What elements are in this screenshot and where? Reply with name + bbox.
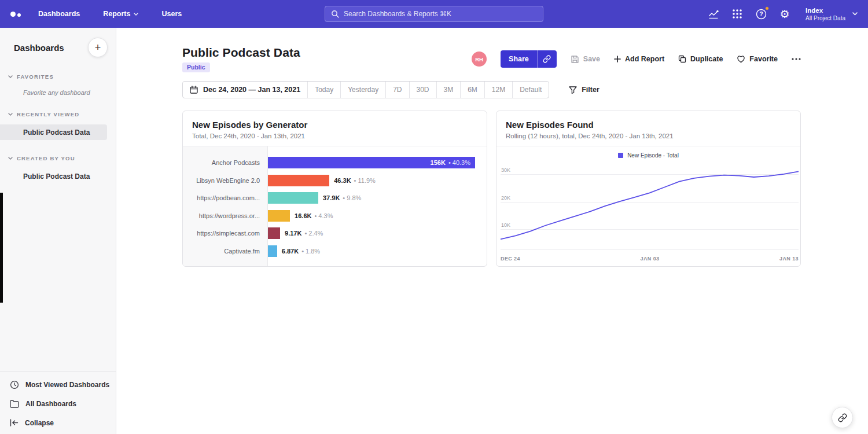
link-icon [838,413,847,422]
copy-link-button[interactable] [537,50,557,68]
line-chart-card: New Episodes Found Rolling (12 hours), t… [496,111,801,267]
bar-track: 37.9K• 9.8% [268,192,475,204]
line-series[interactable] [501,171,799,239]
bar-percent-label: • 9.8% [343,194,361,201]
duplicate-button[interactable]: Duplicate [678,55,723,63]
sidebar-section-header[interactable]: CREATED BY YOU [0,155,116,161]
bar-segment[interactable] [268,210,290,222]
sidebar-empty-hint: Favorite any dashboard [0,89,116,96]
sidebar-section-header[interactable]: RECENTLY VIEWED [0,111,116,117]
chart-title: New Episodes Found [506,120,791,130]
bar-row: Anchor Podcasts156K• 40.3% [183,154,487,172]
bar-segment[interactable] [268,175,329,186]
chevron-down-icon [8,75,13,78]
screen-edge-artifact [0,193,3,303]
visibility-badge: Public [182,62,210,72]
sidebar-footer-most-viewed-dashboards[interactable]: Most Viewed Dashboards [0,375,116,394]
svg-text:?: ? [759,10,763,17]
bar-track: 9.17K• 2.4% [268,227,475,239]
sidebar-title: Dashboards [14,43,64,53]
legend-label: New Episode - Total [627,152,679,159]
search-input[interactable] [344,10,537,18]
folder-icon [10,400,19,408]
bar-track: 6.87K• 1.8% [268,245,475,257]
chevron-down-icon [134,13,138,16]
share-button[interactable]: Share [501,50,537,68]
sidebar-section-header[interactable]: FAVORITES [0,73,116,80]
filter-button[interactable]: Filter [569,86,599,94]
sidebar-section-favorites: FAVORITESFavorite any dashboard [0,73,116,96]
apps-grid-icon[interactable] [731,8,744,20]
date-preset-12m[interactable]: 12M [485,82,513,98]
sidebar-footer-collapse[interactable]: Collapse [0,413,116,432]
bar-segment[interactable] [268,245,277,257]
ellipsis-icon [792,58,801,60]
sidebar-footer-label: Collapse [25,419,54,427]
save-button[interactable]: Save [571,55,600,64]
date-preset-today[interactable]: Today [308,82,341,98]
project-selector[interactable]: Index All Project Data [806,7,858,21]
help-icon[interactable]: ? [755,8,767,20]
bar-outside-labels: 46.3K• 11.9% [334,177,376,184]
floating-link-button[interactable] [832,407,853,428]
sidebar-item-public-podcast-data[interactable]: Public Podcast Data [0,168,116,184]
bar-segment[interactable] [268,192,318,204]
bar-segment[interactable] [268,227,280,239]
x-axis-ticks: DEC 24 JAN 03 JAN 13 [501,256,799,262]
x-tick: DEC 24 [501,256,520,262]
date-preset-3m[interactable]: 3M [437,82,461,98]
bar-outside-labels: 37.9K• 9.8% [323,194,361,201]
bar-percent-label: • 40.3% [448,159,470,166]
date-preset-7d[interactable]: 7D [386,82,409,98]
nav-item-dashboards[interactable]: Dashboards [38,10,80,18]
global-search[interactable] [325,6,543,22]
logo-dot-large [10,12,16,17]
copy-icon [678,55,686,63]
bar-value-label: 16.6K [295,212,311,219]
x-tick: JAN 13 [779,256,799,262]
bar-value-label: 6.87K [282,248,299,255]
bar-category-label: https://wordpress.or... [183,212,268,219]
insights-icon[interactable] [707,8,720,20]
collapse-icon [10,419,19,426]
amplitude-logo[interactable] [10,12,21,17]
bar-category-label: https://podbean.com... [183,194,268,201]
date-range-group: Dec 24, 2020 — Jan 13, 2021 TodayYesterd… [182,81,549,98]
sidebar-footer-all-dashboards[interactable]: All Dashboards [0,394,116,413]
bar-percent-label: • 2.4% [304,230,323,237]
sidebar-item-public-podcast-data[interactable]: Public Podcast Data [0,124,107,140]
favorite-button[interactable]: Favorite [737,55,778,63]
legend-swatch [618,153,623,158]
date-range-picker[interactable]: Dec 24, 2020 — Jan 13, 2021 [183,82,308,98]
add-report-label: Add Report [625,55,664,63]
create-dashboard-button[interactable]: + [88,38,108,57]
more-options-button[interactable] [792,58,801,60]
bar-percent-label: • 11.9% [354,177,376,184]
sidebar: Dashboards + FAVORITESFavorite any dashb… [0,28,116,434]
page-title-block: Public Podcast Data Public [182,46,300,72]
chevron-down-icon [8,113,13,116]
primary-nav: DashboardsReportsUsers [38,10,182,18]
project-subtitle: All Project Data [806,15,845,21]
nav-item-users[interactable]: Users [161,10,182,18]
sidebar-section-label: CREATED BY YOU [17,155,75,161]
bar-percent-label: • 1.8% [301,248,320,255]
date-preset-30d[interactable]: 30D [410,82,437,98]
date-preset-yesterday[interactable]: Yesterday [341,82,386,98]
chart-legend[interactable]: New Episode - Total [496,146,800,159]
bar-segment[interactable]: 156K• 40.3% [268,157,475,168]
date-preset-6m[interactable]: 6M [461,82,485,98]
x-tick: JAN 03 [641,256,660,262]
bar-track: 16.6K• 4.3% [268,210,475,222]
sidebar-footer-label: Most Viewed Dashboards [25,381,109,389]
nav-item-reports[interactable]: Reports [103,10,138,18]
avatar[interactable]: RH [472,52,487,67]
bar-row: https://podbean.com...37.9K• 9.8% [183,189,487,207]
date-preset-default[interactable]: Default [513,82,549,98]
plus-icon [614,56,621,62]
settings-gear-icon[interactable]: ⚙ [778,8,791,20]
add-report-button[interactable]: Add Report [614,55,664,63]
main-content: Public Podcast Data Public RH Share Save [116,28,868,434]
calendar-icon [190,86,198,94]
bar-chart-card: New Episodes by Generator Total, Dec 24t… [182,111,487,267]
